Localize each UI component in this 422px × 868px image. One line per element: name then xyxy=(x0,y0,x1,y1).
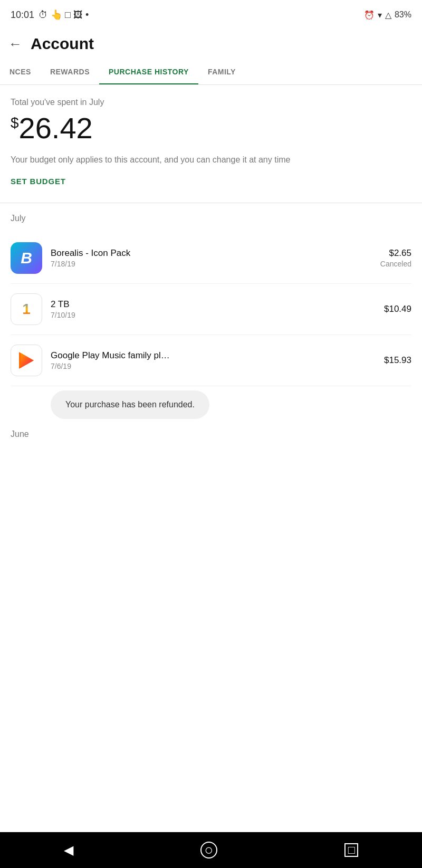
back-button[interactable]: ← xyxy=(8,36,22,52)
currency-symbol: $ xyxy=(11,115,19,131)
signal-icon: △ xyxy=(385,10,391,20)
spent-label: Total you've spent in July xyxy=(11,98,411,107)
gpm-price: $15.93 xyxy=(384,355,411,366)
purchase-list: B Borealis - Icon Pack 7/18/19 $2.65 Can… xyxy=(11,233,411,423)
purchase-item-borealis[interactable]: B Borealis - Icon Pack 7/18/19 $2.65 Can… xyxy=(11,233,411,284)
nav-recent-button[interactable]: □ xyxy=(344,843,358,857)
status-icons: ⏱ 👆 □ 🖼 • xyxy=(39,9,89,21)
two-tb-price-block: $10.49 xyxy=(384,304,411,314)
purchase-item-gpm[interactable]: Google Play Music family pl… 7/6/19 $15.… xyxy=(11,335,411,386)
gpm-icon-svg xyxy=(15,349,37,371)
gpm-icon xyxy=(11,345,42,376)
two-tb-date: 7/10/19 xyxy=(51,311,376,319)
month-june: June xyxy=(11,423,411,439)
borealis-date: 7/18/19 xyxy=(51,260,372,268)
refund-tooltip: Your purchase has been refunded. xyxy=(51,390,209,419)
amount-display: $26.42 xyxy=(11,113,411,143)
purchase-item-two-tb[interactable]: 1 2 TB 7/10/19 $10.49 xyxy=(11,284,411,335)
borealis-icon: B xyxy=(11,242,42,274)
borealis-status: Canceled xyxy=(380,260,411,268)
header: ← Account xyxy=(0,27,422,60)
tab-rewards[interactable]: REWARDS xyxy=(41,60,99,85)
gpm-price-block: $15.93 xyxy=(384,355,411,366)
borealis-price-block: $2.65 Canceled xyxy=(380,248,411,268)
gpm-name: Google Play Music family pl… xyxy=(51,350,376,361)
touch-icon: 👆 xyxy=(51,9,62,21)
borealis-price: $2.65 xyxy=(380,248,411,259)
status-right: ⏰ ▾ △ 83% xyxy=(364,10,411,20)
time-display: 10:01 xyxy=(11,9,34,21)
two-tb-info: 2 TB 7/10/19 xyxy=(51,299,376,319)
amount-value: 26.42 xyxy=(19,111,93,145)
instagram-icon: □ xyxy=(65,9,71,21)
nav-back-button[interactable]: ◀ xyxy=(64,843,73,857)
image-icon: 🖼 xyxy=(73,9,83,21)
nav-home-button[interactable]: ○ xyxy=(200,842,217,859)
gpm-info: Google Play Music family pl… 7/6/19 xyxy=(51,350,376,370)
gpm-date: 7/6/19 xyxy=(51,362,376,370)
two-tb-price: $10.49 xyxy=(384,304,411,314)
budget-description: Your budget only applies to this account… xyxy=(11,154,411,166)
alarm-icon: ⏰ xyxy=(364,10,375,20)
status-bar: 10:01 ⏱ 👆 □ 🖼 • ⏰ ▾ △ 83% xyxy=(0,0,422,27)
two-tb-icon: 1 xyxy=(11,293,42,325)
nav-bar: ◀ ○ □ xyxy=(0,832,422,868)
battery-display: 83% xyxy=(395,10,411,20)
set-budget-button[interactable]: SET BUDGET xyxy=(11,177,66,186)
wifi-icon: ▾ xyxy=(378,10,382,20)
tab-purchase-history[interactable]: PURCHASE HISTORY xyxy=(99,60,198,85)
borealis-info: Borealis - Icon Pack 7/18/19 xyxy=(51,248,372,268)
month-july: July xyxy=(0,203,422,228)
page-title: Account xyxy=(31,35,94,53)
tab-family[interactable]: FAMILY xyxy=(198,60,245,85)
timer-icon: ⏱ xyxy=(39,9,48,21)
two-tb-name: 2 TB xyxy=(51,299,376,310)
dot-icon: • xyxy=(85,9,89,21)
content-area: Total you've spent in July $26.42 Your b… xyxy=(0,85,422,481)
status-left: 10:01 ⏱ 👆 □ 🖼 • xyxy=(11,9,89,21)
borealis-name: Borealis - Icon Pack xyxy=(51,248,372,259)
tab-bar: NCES REWARDS PURCHASE HISTORY FAMILY xyxy=(0,60,422,85)
tab-nces[interactable]: NCES xyxy=(0,60,41,85)
